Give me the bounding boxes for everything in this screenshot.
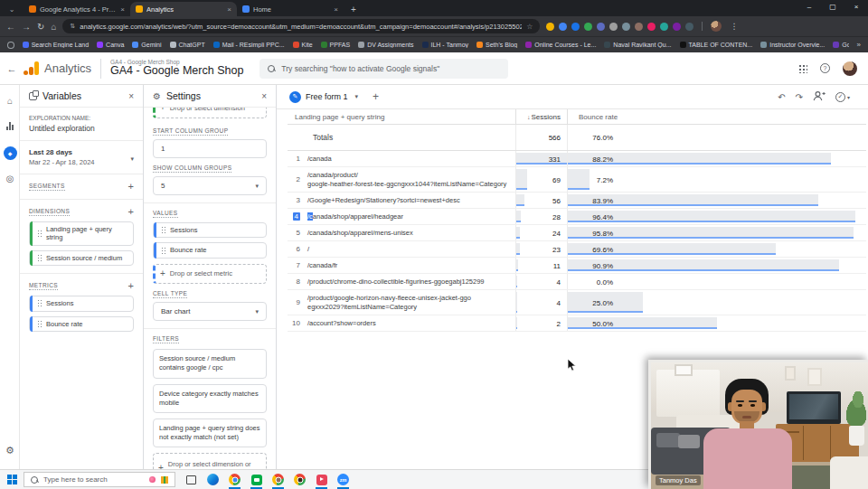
- add-metric-button[interactable]: +: [128, 280, 134, 291]
- filter-chip[interactable]: Device category exactly matches mobile: [153, 384, 267, 413]
- extension-icon[interactable]: [609, 23, 618, 31]
- rewards-gift-icon[interactable]: [161, 476, 168, 484]
- extension-icon[interactable]: [546, 23, 554, 31]
- undo-icon[interactable]: ↶: [778, 92, 785, 102]
- bookmark-item[interactable]: PPFAS: [321, 42, 351, 48]
- chrome-icon[interactable]: [228, 473, 241, 486]
- bookmark-item[interactable]: Google Ads Master...: [833, 42, 848, 48]
- back-icon[interactable]: ←: [6, 22, 15, 32]
- bookmark-item[interactable]: Naval Ravikant Qu...: [604, 42, 671, 48]
- extension-icon[interactable]: [622, 23, 630, 31]
- drag-handle-icon[interactable]: [37, 230, 42, 238]
- bookmark-item[interactable]: Gemini: [132, 42, 161, 48]
- extension-icon[interactable]: [571, 23, 580, 31]
- account-avatar[interactable]: [843, 61, 857, 76]
- browser-tab[interactable]: Google Analytics 4 - Practical...×: [24, 2, 130, 16]
- table-row[interactable]: 8/product/chrome-dino-collectible-figuri…: [288, 274, 866, 290]
- drag-handle-icon[interactable]: [37, 254, 42, 262]
- column-header-sessions[interactable]: ↓ Sessions: [515, 109, 567, 124]
- table-row[interactable]: 1/canada33188.2%: [288, 151, 866, 167]
- tab-free-form[interactable]: ✎ Free form 1 ▾: [289, 91, 358, 103]
- chrome-profile-2-icon[interactable]: [293, 473, 307, 486]
- variables-close-icon[interactable]: ×: [128, 91, 134, 101]
- nav-admin-gear-icon[interactable]: ⚙: [0, 445, 20, 456]
- google-apps-icon[interactable]: [798, 64, 807, 73]
- help-icon[interactable]: ?: [820, 63, 830, 73]
- extension-icon[interactable]: [647, 23, 656, 31]
- bookmark-item[interactable]: DV Assignments: [358, 42, 413, 48]
- drop-dimension-zone[interactable]: + Drop or select dimension: [153, 108, 267, 118]
- cell-type-select[interactable]: Bar chart ▾: [153, 302, 267, 321]
- drop-filter-zone[interactable]: + Drop or select dimension or metric: [153, 453, 267, 469]
- property-selector[interactable]: GA4 - Google Merch Shop GA4 - Google Mer…: [110, 59, 243, 78]
- tab-close-icon[interactable]: ×: [120, 5, 125, 14]
- column-header-bounce-rate[interactable]: Bounce rate: [567, 109, 866, 124]
- nav-advertising-icon[interactable]: ◎: [0, 168, 20, 188]
- table-row[interactable]: 6/2369.6%: [288, 241, 866, 258]
- value-chip[interactable]: Sessions: [153, 222, 267, 238]
- bookmark-item[interactable]: ILH - Tanmoy: [422, 42, 469, 48]
- browser-menu-icon[interactable]: ⋮: [730, 22, 738, 31]
- taskbar-search-input[interactable]: Type here to search: [24, 472, 175, 487]
- reload-icon[interactable]: ↻: [37, 22, 44, 32]
- browser-tab[interactable]: Analytics×: [130, 2, 237, 16]
- chat-app-icon[interactable]: [250, 473, 263, 486]
- metric-chip[interactable]: Sessions: [29, 296, 134, 311]
- dimension-chip[interactable]: Session source / medium: [29, 250, 134, 266]
- bookmark-item[interactable]: TABLE OF CONTEN...: [680, 42, 753, 48]
- bookmark-item[interactable]: ChatGPT: [170, 42, 205, 48]
- browser-profile-avatar[interactable]: [711, 21, 722, 32]
- add-segment-button[interactable]: +: [128, 181, 134, 192]
- drag-handle-icon[interactable]: [161, 226, 166, 234]
- settings-close-icon[interactable]: ×: [261, 91, 267, 101]
- video-app-icon[interactable]: [315, 473, 328, 486]
- bookmark-item[interactable]: Instructor Overvie...: [760, 42, 825, 48]
- maximize-icon[interactable]: ▢: [821, 0, 844, 14]
- forward-icon[interactable]: →: [22, 22, 31, 32]
- bookmark-item[interactable]: Mail - REsimpli PPC...: [213, 42, 285, 48]
- table-row[interactable]: 7/canada/fr1190.9%: [288, 258, 866, 274]
- share-users-icon[interactable]: [813, 89, 826, 105]
- add-canvas-tab-button[interactable]: +: [373, 90, 379, 103]
- minimize-icon[interactable]: –: [797, 0, 821, 14]
- start-button[interactable]: [0, 475, 24, 484]
- url-bar[interactable]: ⇅ analytics.google.com/analytics/web/?ut…: [62, 19, 540, 33]
- bookmarks-overflow-icon[interactable]: »: [857, 41, 861, 49]
- exploration-name-value[interactable]: Untitled exploration: [29, 124, 134, 133]
- nav-reports-icon[interactable]: [0, 116, 20, 136]
- table-row[interactable]: 3/Google+Redesign/Stationery?sortci=newe…: [288, 193, 866, 209]
- table-row[interactable]: 4/canada/shop/apparel/headgear2896.4%: [288, 209, 866, 225]
- tab-close-icon[interactable]: ×: [227, 5, 231, 14]
- table-row[interactable]: 5/canada/shop/apparel/mens-unisex2495.8%: [288, 225, 866, 241]
- new-tab-button[interactable]: +: [351, 5, 356, 14]
- drag-handle-icon[interactable]: [37, 320, 42, 328]
- extension-icon[interactable]: [584, 23, 592, 31]
- app-back-icon[interactable]: ←: [0, 63, 24, 74]
- extension-icon[interactable]: [635, 23, 643, 31]
- value-chip[interactable]: Bounce rate: [153, 242, 267, 258]
- filter-chip[interactable]: Session source / medium contains google …: [153, 349, 267, 378]
- extension-icon[interactable]: [559, 23, 567, 31]
- dimension-chip[interactable]: Landing page + query string: [29, 221, 134, 246]
- table-row[interactable]: 2/canada/product/google-heather-forest-t…: [288, 167, 866, 193]
- tab-close-icon[interactable]: ×: [334, 5, 338, 14]
- show-column-groups-select[interactable]: 5 ▾: [153, 176, 267, 195]
- table-row[interactable]: 10/account?show=orders250.0%: [288, 315, 866, 332]
- start-column-group-input[interactable]: 1: [153, 139, 267, 158]
- tab-search-icon[interactable]: ⌄: [0, 3, 24, 16]
- chrome-profile-icon[interactable]: [271, 473, 285, 486]
- nav-home-icon[interactable]: ⌂: [0, 90, 20, 110]
- bookmark-item[interactable]: Seth's Blog: [476, 42, 517, 48]
- site-settings-icon[interactable]: ⇅: [70, 23, 75, 30]
- close-icon[interactable]: ×: [844, 0, 868, 14]
- app-search-input[interactable]: Try searching "how to activate Google si…: [259, 59, 508, 79]
- redo-icon[interactable]: ↷: [796, 92, 803, 102]
- add-dimension-button[interactable]: +: [128, 206, 134, 217]
- data-quality-icon[interactable]: ✓ ▾: [835, 92, 850, 102]
- extension-icon[interactable]: [673, 23, 681, 31]
- bookmark-item[interactable]: Canva: [97, 42, 124, 48]
- browser-tab[interactable]: Home×: [237, 2, 344, 16]
- drag-handle-icon[interactable]: [37, 299, 42, 307]
- extension-icon[interactable]: [660, 23, 668, 31]
- drag-handle-icon[interactable]: [161, 247, 166, 255]
